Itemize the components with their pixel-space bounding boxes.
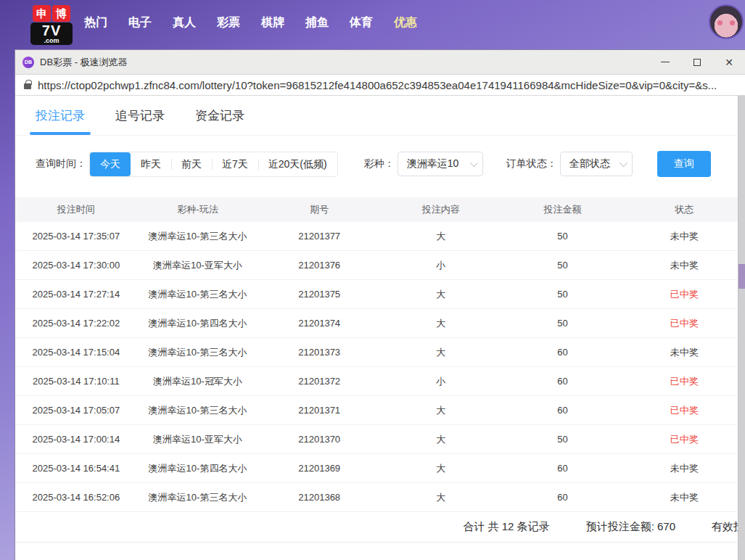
minimize-button[interactable]	[649, 50, 681, 74]
bet-records-table: 投注时间 彩种-玩法 期号 投注内容 投注金额 状态	[15, 197, 745, 512]
nav-item[interactable]: 优惠	[394, 15, 417, 30]
nav-item[interactable]: 热门	[84, 15, 107, 30]
site-nav: 热门 电子 真人 彩票 棋牌 捕鱼 体育 优惠	[84, 0, 417, 46]
time-range-option[interactable]: 近7天	[212, 152, 258, 176]
lock-icon	[24, 83, 31, 89]
logo-wordmark: 7V .com	[30, 22, 73, 45]
cell-bet-amount: 50	[502, 434, 624, 445]
cell-issue-number: 21201368	[258, 492, 380, 503]
query-button[interactable]: 查询	[657, 151, 711, 177]
maximize-button[interactable]	[681, 50, 713, 74]
table-row[interactable]: 2025-03-14 16:52:06 澳洲幸运10-第三名大小 2120136…	[15, 483, 745, 512]
cell-issue-number: 21201371	[258, 405, 380, 416]
table-row[interactable]: 2025-03-14 17:00:14 澳洲幸运10-亚军大小 21201370…	[15, 425, 745, 454]
time-range-option[interactable]: 今天	[90, 152, 131, 176]
cell-bet-amount: 50	[502, 260, 624, 271]
logo-badge-2: 博	[52, 5, 70, 22]
browser-tab-favicon-icon: DB	[22, 57, 34, 68]
table-row[interactable]: 2025-03-14 17:27:14 澳洲幸运10-第三名大小 2120137…	[15, 280, 745, 309]
nav-item[interactable]: 捕鱼	[305, 15, 329, 30]
time-filter-label: 查询时间：	[36, 157, 86, 170]
record-tab[interactable]: 追号记录	[115, 107, 165, 135]
close-button[interactable]: ✕	[713, 50, 745, 74]
table-header-cell: 彩种-玩法	[137, 203, 259, 216]
cell-status: 未中奖	[623, 346, 745, 359]
nav-item[interactable]: 彩票	[217, 15, 240, 30]
page-content: 投注记录 追号记录 资金记录 查询时间： 今天 昨天 前天	[15, 96, 745, 560]
table-row[interactable]: 2025-03-14 16:54:41 澳洲幸运10-第四名大小 2120136…	[15, 454, 745, 483]
cell-game-play: 澳洲幸运10-亚军大小	[137, 259, 259, 272]
close-icon: ✕	[725, 57, 733, 67]
chevron-down-icon	[469, 159, 477, 167]
cell-issue-number: 21201369	[258, 463, 380, 474]
order-status-label: 订单状态：	[506, 157, 557, 170]
nav-item[interactable]: 棋牌	[261, 15, 284, 30]
lottery-filter-label: 彩种：	[364, 157, 395, 170]
total-records-text: 合计 共 12 条记录	[463, 520, 549, 534]
cell-bet-amount: 60	[502, 347, 624, 358]
record-tab[interactable]: 资金记录	[195, 107, 244, 135]
nav-item[interactable]: 电子	[128, 15, 152, 30]
cell-status: 已中奖	[623, 375, 745, 388]
cell-game-play: 澳洲幸运10-亚军大小	[137, 433, 259, 446]
cell-bet-content: 小	[380, 259, 502, 272]
table-header-cell: 投注金额	[502, 203, 624, 216]
table-header-cell: 期号	[258, 203, 380, 216]
cell-issue-number: 21201375	[258, 289, 380, 300]
logo-badge-1: 申	[33, 5, 51, 22]
table-row[interactable]: 2025-03-14 17:22:02 澳洲幸运10-第四名大小 2120137…	[15, 309, 745, 338]
cell-status: 未中奖	[623, 230, 745, 243]
maximize-icon	[693, 59, 701, 66]
time-range-option[interactable]: 前天	[171, 152, 212, 176]
user-avatar[interactable]	[709, 4, 744, 39]
time-range-option[interactable]: 昨天	[131, 152, 171, 176]
cell-status: 未中奖	[623, 491, 745, 504]
table-header-cell: 投注时间	[15, 203, 137, 216]
address-bar[interactable]: https://ctop02pchwp1.zfnc84.com/lottery/…	[15, 75, 745, 96]
table-row[interactable]: 2025-03-14 17:10:11 澳洲幸运10-冠军大小 21201372…	[15, 367, 745, 396]
table-row[interactable]: 2025-03-14 17:30:00 澳洲幸运10-亚军大小 21201376…	[15, 251, 745, 280]
cell-bet-content: 大	[380, 230, 502, 243]
cell-bet-content: 大	[380, 288, 502, 301]
table-row[interactable]: 2025-03-14 17:05:07 澳洲幸运10-第三名大小 2120137…	[15, 396, 745, 425]
table-row[interactable]: 2025-03-14 17:15:04 澳洲幸运10-第三名大小 2120137…	[15, 338, 745, 367]
desktop-background: 申 博 7V .com 热门 电子 真人 彩票 棋牌 捕鱼 体育	[0, 0, 745, 560]
nav-item[interactable]: 体育	[350, 15, 373, 30]
record-tab[interactable]: 投注记录	[36, 107, 85, 135]
cell-bet-time: 2025-03-14 17:05:07	[15, 405, 137, 416]
expected-amount-text: 预计投注金额: 670	[586, 520, 675, 534]
summary-bar: 合计 共 12 条记录 预计投注金额: 670 有效投注金额	[15, 512, 745, 543]
time-range-option[interactable]: 近20天(低频)	[258, 152, 337, 176]
site-logo[interactable]: 申 博 7V .com	[30, 5, 73, 45]
cell-status: 已中奖	[623, 317, 745, 330]
cell-bet-content: 大	[380, 317, 502, 330]
cell-issue-number: 21201374	[258, 318, 380, 329]
cell-bet-content: 大	[380, 491, 502, 504]
cell-issue-number: 21201372	[258, 376, 380, 387]
cell-bet-time: 2025-03-14 17:35:07	[15, 231, 137, 242]
cell-bet-amount: 60	[502, 492, 624, 503]
url-text[interactable]: https://ctop02pchwp1.zfnc84.com/lottery/…	[38, 79, 717, 91]
time-range-group: 今天 昨天 前天 近7天 近20天(低频)	[89, 152, 338, 177]
order-status-select[interactable]: 全部状态	[560, 152, 633, 176]
lottery-select[interactable]: 澳洲幸运10	[398, 152, 483, 176]
cell-bet-amount: 50	[502, 231, 624, 242]
cell-status: 未中奖	[623, 462, 745, 475]
scrollbar-thumb[interactable]	[738, 264, 745, 289]
browser-titlebar[interactable]: DB DB彩票 - 极速浏览器 ✕	[15, 50, 745, 75]
window-title: DB彩票 - 极速浏览器	[40, 56, 128, 69]
cell-bet-amount: 60	[502, 463, 624, 474]
cell-bet-content: 大	[380, 346, 502, 359]
table-header-cell: 投注内容	[380, 203, 502, 216]
cell-game-play: 澳洲幸运10-第三名大小	[137, 404, 259, 417]
cell-bet-amount: 50	[502, 318, 624, 329]
cell-issue-number: 21201373	[258, 347, 380, 358]
nav-item[interactable]: 真人	[173, 15, 196, 30]
cell-bet-content: 大	[380, 433, 502, 446]
cell-game-play: 澳洲幸运10-第四名大小	[137, 317, 259, 330]
cell-bet-time: 2025-03-14 17:30:00	[15, 260, 137, 271]
cell-issue-number: 21201376	[258, 260, 380, 271]
cell-issue-number: 21201377	[258, 231, 380, 242]
table-row[interactable]: 2025-03-14 17:35:07 澳洲幸运10-第三名大小 2120137…	[15, 222, 745, 251]
page-scrollbar[interactable]	[738, 96, 745, 560]
